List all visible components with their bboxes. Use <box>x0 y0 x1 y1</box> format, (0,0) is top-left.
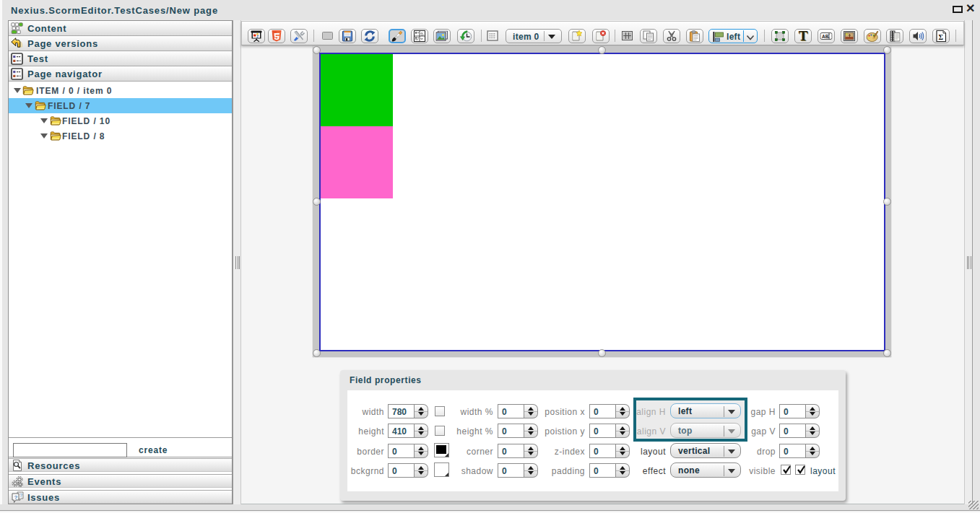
svg-text:?: ? <box>19 493 22 498</box>
svg-text:Σ: Σ <box>939 33 944 41</box>
svg-text:?: ? <box>14 494 18 501</box>
svg-text:AB: AB <box>822 34 829 39</box>
